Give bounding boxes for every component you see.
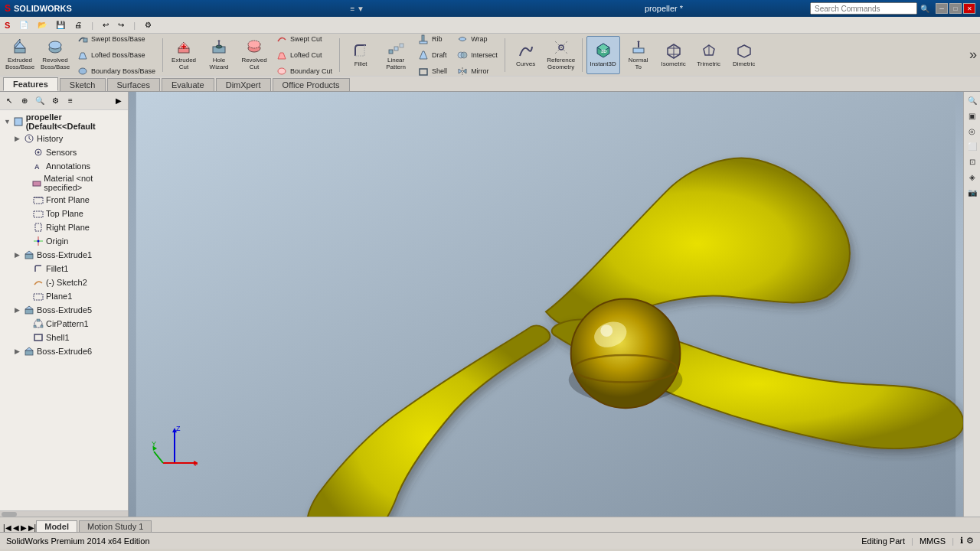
expand-toolbar-icon[interactable]: » [969,47,977,63]
svg-rect-77 [136,92,956,517]
svg-marker-6 [79,53,87,59]
draft-button[interactable]: Draft [414,47,450,63]
hole-wizard-button[interactable]: HoleWizard [202,36,236,74]
tree-item-front-plane[interactable]: Front Plane [0,193,128,207]
status-icon-2[interactable]: ⚙ [966,536,974,546]
tab-office-products[interactable]: Office Products [273,78,350,91]
save-button[interactable]: 💾 [53,19,68,31]
tree-item-annotations[interactable]: A Annotations [0,159,128,173]
search-icon[interactable]: 🔍 [920,5,929,13]
tree-item-boss-extrude1[interactable]: ▶ Boss-Extrude1 [0,248,128,262]
swept-boss-icon [77,33,89,45]
instant3d-button[interactable]: 3D Instant3D [586,36,620,74]
rib-button[interactable]: Rib [414,31,450,47]
linear-pattern-button[interactable]: LinearPattern [379,36,413,74]
bottom-tab-model[interactable]: Model [36,520,77,532]
view-palette-button[interactable]: ▣ [965,109,979,122]
nav-end-button[interactable]: ▶| [28,523,37,532]
curves-button[interactable]: Curves [509,36,543,74]
swept-boss-button[interactable]: Swept Boss/Base [74,31,158,47]
tree-cirpattern1-label: CirPattern1 [46,319,89,328]
fillet-button[interactable]: Fillet [344,36,377,74]
units-sep: | [952,536,954,546]
mirror-button[interactable]: Mirror [453,64,501,79]
panel-tool-expand[interactable]: ≡ [64,94,77,108]
extruded-cut-button[interactable]: ExtrudedCut [167,36,201,74]
tree-item-sensors[interactable]: Sensors [0,145,128,159]
panel-tool-close[interactable]: ▶ [112,94,126,108]
minimize-button[interactable]: ─ [936,3,948,14]
solidworks-icon: S [5,21,10,30]
shell-button[interactable]: Shell [414,64,450,79]
reference-geometry-button[interactable]: ReferenceGeometry [544,36,578,74]
tab-evaluate[interactable]: Evaluate [162,78,214,91]
panel-tool-filter[interactable]: ⊕ [18,94,31,108]
swept-cut-button[interactable]: Swept Cut [273,31,335,47]
tab-dimxpert[interactable]: DimXpert [216,78,271,91]
svg-rect-71 [37,319,40,321]
tree-item-origin[interactable]: Origin [0,234,128,248]
restore-button[interactable]: □ [949,3,962,14]
tree-item-boss-extrude6[interactable]: ▶ Boss-Extrude6 [0,344,128,358]
panel-tool-search[interactable]: 🔍 [33,94,47,108]
normal-to-button[interactable]: NormalTo [622,36,655,74]
status-icon-1[interactable]: ℹ [960,536,963,546]
tree-item-right-plane[interactable]: Right Plane [0,220,128,234]
boundary-cut-icon [276,65,288,77]
decals-button[interactable]: ⊡ [965,155,979,168]
tree-item-top-plane[interactable]: Top Plane [0,207,128,220]
svg-line-48 [744,45,750,48]
tree-sensors-icon [32,146,44,158]
tree-item-cirpattern1[interactable]: CirPattern1 [0,317,128,331]
lofted-cut-button[interactable]: Lofted Cut [273,47,335,63]
nav-prev-button[interactable]: ◀ [13,523,19,532]
nav-start-button[interactable]: |◀ [3,523,11,532]
revolved-boss-button[interactable]: RevolvedBoss/Base [38,36,72,74]
bottom-tab-motion-study[interactable]: Motion Study 1 [79,520,152,532]
appearance-button-r[interactable]: ◎ [965,124,979,138]
boundary-boss-button[interactable]: Boundary Boss/Base [74,64,158,79]
tab-surfaces[interactable]: Surfaces [107,78,160,91]
tab-features[interactable]: Features [3,77,58,91]
panel-scroll-bar[interactable] [0,510,128,517]
tree-item-sketch2[interactable]: (-) Sketch2 [0,276,128,289]
realview-button[interactable]: ◈ [965,170,979,184]
revolved-cut-button[interactable]: RevolvedCut [237,36,271,74]
undo-button[interactable]: ↩ [100,19,112,31]
nav-next-button[interactable]: ▶ [21,523,27,532]
redo-button[interactable]: ↪ [115,19,127,31]
options-button[interactable]: ⚙ [142,19,155,31]
tree-annotations-icon: A [32,160,44,172]
mirror-label: Mirror [471,67,489,75]
trimetric-button[interactable]: Trimetric [692,36,726,74]
tree-item-material[interactable]: Material <not specified> [0,173,128,193]
intersect-button[interactable]: Intersect [453,47,501,63]
new-button[interactable]: 📄 [16,19,31,31]
extruded-boss-button[interactable]: ExtrudedBoss/Base [3,36,37,74]
panel-scroll-thumb[interactable] [2,512,17,517]
dimetric-button[interactable]: Dimetric [727,36,761,74]
open-button[interactable]: 📂 [34,19,50,31]
tree-root-icon [13,116,24,128]
isometric-button[interactable]: Isometric [657,36,691,74]
boundary-cut-button[interactable]: Boundary Cut [273,64,335,79]
panel-tool-config[interactable]: ⚙ [48,94,62,108]
tree-root-item[interactable]: ▼ propeller (Default<<Default [0,112,128,132]
print-button[interactable]: 🖨 [71,19,85,31]
solidworks-search-button[interactable]: 🔍 [965,93,979,107]
search-commands-input[interactable] [810,2,917,15]
tab-sketch[interactable]: Sketch [60,78,106,91]
wrap-button[interactable]: Wrap [453,31,501,47]
panel-tool-pointer[interactable]: ↖ [2,94,16,108]
lofted-boss-button[interactable]: Lofted Boss/Base [74,47,158,63]
photoworks-button[interactable]: 📷 [965,185,979,199]
tree-item-boss-extrude5[interactable]: ▶ Boss-Extrude5 [0,303,128,317]
scene-button-r[interactable]: ⬜ [965,139,979,153]
viewport[interactable]: 🔍 ⊡ ⊞ ◁ ✥ ↻ ⊟ 👁 🎨 ☀ ▣ ⊞ 📷 ⚙ ▼ [129,92,963,517]
revolved-cut-label: RevolvedCut [241,57,266,71]
tree-item-history[interactable]: ▶ History [0,132,128,145]
close-button[interactable]: ✕ [963,3,975,14]
tree-item-fillet1[interactable]: Fillet1 [0,262,128,276]
tree-item-plane1[interactable]: Plane1 [0,289,128,303]
tree-item-shell1[interactable]: Shell1 [0,331,128,344]
